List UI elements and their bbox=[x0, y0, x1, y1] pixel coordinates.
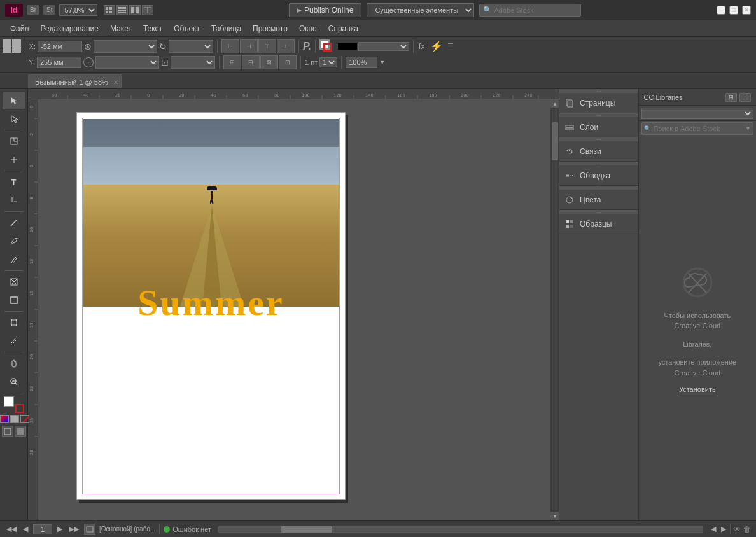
chain-icon[interactable]: ⊛ bbox=[84, 41, 92, 52]
doc-tab-close[interactable]: ✕ bbox=[113, 78, 118, 85]
align-dist-1[interactable]: ⊞ bbox=[223, 55, 241, 69]
adobe-stock-input[interactable] bbox=[479, 4, 581, 17]
scroll-down-button[interactable]: ▼ bbox=[550, 512, 559, 520]
layout-icon-1[interactable] bbox=[104, 5, 115, 15]
h-scroll-thumb[interactable] bbox=[281, 526, 332, 533]
scroll-left-button[interactable]: ◀ bbox=[710, 524, 717, 534]
canvas-main[interactable]: Summer bbox=[38, 99, 550, 520]
stroke-swatch[interactable] bbox=[15, 404, 24, 413]
canvas-scrollbar-vertical[interactable]: ▲ ▼ bbox=[550, 99, 559, 520]
tool-hand[interactable] bbox=[3, 354, 25, 372]
layout-icon-3[interactable] bbox=[129, 5, 141, 15]
panel-item-links[interactable]: Связи bbox=[559, 141, 638, 162]
layout-icon-2[interactable] bbox=[116, 5, 128, 15]
x-input[interactable] bbox=[38, 41, 82, 52]
menu-edit[interactable]: Редактирование bbox=[36, 22, 104, 35]
fx-icon[interactable]: fx bbox=[419, 42, 424, 51]
normal-view-icon[interactable] bbox=[2, 426, 13, 437]
transform-select-3[interactable] bbox=[95, 56, 159, 69]
align-dist-4[interactable]: ⊡ bbox=[279, 55, 297, 69]
cc-install-link[interactable]: Установить bbox=[679, 386, 716, 393]
constrain-icon[interactable]: ⋯ bbox=[83, 57, 94, 67]
fill-stroke-swatches[interactable] bbox=[4, 396, 24, 413]
panel-item-colors[interactable]: Цвета bbox=[559, 190, 638, 210]
tool-select[interactable] bbox=[3, 92, 25, 109]
align-dist-3[interactable]: ⊠ bbox=[260, 55, 278, 69]
fill-swatch[interactable] bbox=[4, 396, 14, 407]
stroke-weight-select[interactable]: 1 пт bbox=[319, 57, 337, 67]
y-input[interactable] bbox=[37, 57, 81, 68]
page-number-input[interactable] bbox=[33, 524, 52, 534]
tool-frame-rect[interactable] bbox=[3, 273, 25, 291]
stroke-style-select[interactable] bbox=[358, 42, 409, 51]
doc-tab-main[interactable]: Безымянный-1 @ 58% ✕ bbox=[28, 74, 122, 88]
tool-zoom[interactable] bbox=[3, 373, 25, 391]
tool-gap[interactable] bbox=[3, 151, 25, 169]
scroll-up-button[interactable]: ▲ bbox=[550, 99, 559, 108]
menu-file[interactable]: Файл bbox=[5, 22, 34, 35]
preview-view-icon[interactable] bbox=[15, 426, 26, 437]
publish-online-button[interactable]: Publish Online bbox=[289, 3, 361, 17]
menu-table[interactable]: Таблица bbox=[206, 22, 246, 35]
scroll-right-button[interactable]: ▶ bbox=[720, 524, 727, 534]
status-view-icon[interactable]: 👁 bbox=[733, 525, 741, 534]
tool-free-transform[interactable] bbox=[3, 314, 25, 331]
zoom-percent-input[interactable] bbox=[346, 57, 377, 68]
layout-icon-4[interactable] bbox=[142, 5, 153, 15]
zoom-select[interactable]: 57,8% bbox=[59, 4, 97, 16]
menu-object[interactable]: Объект bbox=[169, 22, 205, 35]
align-top-icon[interactable]: ⊥ bbox=[277, 39, 295, 53]
distribute-icon[interactable]: ⊤ bbox=[258, 39, 276, 53]
nav-next-button[interactable]: ▶ bbox=[56, 524, 64, 534]
transform-select-1[interactable] bbox=[94, 40, 157, 53]
tool-eyedropper[interactable] bbox=[3, 332, 25, 350]
align-left-icon[interactable]: ⊢ bbox=[221, 39, 239, 53]
stock-button[interactable]: St bbox=[43, 5, 55, 15]
cc-search-dropdown-icon[interactable]: ▼ bbox=[745, 125, 751, 132]
tool-type[interactable]: T bbox=[3, 173, 25, 191]
stroke-color-swatch[interactable] bbox=[338, 43, 357, 50]
horizontal-scrollbar[interactable] bbox=[218, 526, 703, 533]
panel-item-layers[interactable]: Слои bbox=[559, 117, 638, 137]
menu-view[interactable]: Просмотр bbox=[248, 22, 293, 35]
bridge-button[interactable]: Br bbox=[27, 5, 39, 15]
cc-grid-view-button[interactable]: ⊞ bbox=[725, 93, 737, 102]
tool-pencil[interactable] bbox=[3, 251, 25, 268]
menu-text[interactable]: Текст bbox=[138, 22, 167, 35]
cc-library-select[interactable] bbox=[641, 108, 753, 119]
nav-last-button[interactable]: ▶▶ bbox=[67, 524, 80, 534]
tool-direct-select[interactable] bbox=[3, 110, 25, 128]
maximize-button[interactable]: □ bbox=[729, 6, 738, 15]
menu-help[interactable]: Справка bbox=[323, 22, 363, 35]
cc-search-input[interactable] bbox=[641, 122, 753, 135]
transform-select-2[interactable] bbox=[169, 40, 213, 53]
master-page-label[interactable]: [Основной] (рабо... bbox=[99, 526, 155, 533]
more-options-icon[interactable]: ☰ bbox=[447, 42, 454, 50]
align-center-icon[interactable]: ⊣ bbox=[240, 39, 258, 53]
page[interactable]: Summer bbox=[76, 112, 346, 500]
status-trash-icon[interactable]: 🗑 bbox=[743, 525, 751, 534]
workspace-select[interactable]: Существенные элементы bbox=[367, 3, 474, 17]
color-mode-icon[interactable] bbox=[0, 415, 9, 423]
menu-window[interactable]: Окно bbox=[294, 22, 322, 35]
zoom-percent-chevron[interactable]: ▼ bbox=[379, 59, 385, 66]
minimize-button[interactable]: ─ bbox=[717, 6, 725, 15]
panel-item-stroke[interactable]: Обводка bbox=[559, 165, 638, 186]
nav-prev-button[interactable]: ◀ bbox=[22, 524, 29, 534]
page-menu-button[interactable] bbox=[84, 524, 95, 535]
tool-page[interactable] bbox=[3, 132, 25, 150]
gradient-mode-icon[interactable] bbox=[10, 415, 19, 423]
tool-shape-rect[interactable] bbox=[3, 291, 25, 309]
panel-item-swatches[interactable]: Образцы bbox=[559, 214, 638, 234]
tool-pen[interactable] bbox=[3, 232, 25, 250]
transform-select-4[interactable] bbox=[171, 56, 215, 69]
cc-list-view-button[interactable]: ☰ bbox=[739, 93, 751, 102]
align-dist-2[interactable]: ⊟ bbox=[242, 55, 260, 69]
panel-item-pages[interactable]: Страницы bbox=[559, 93, 638, 113]
nav-first-button[interactable]: ◀◀ bbox=[5, 524, 18, 534]
none-mode-icon[interactable] bbox=[20, 415, 29, 423]
menu-layout[interactable]: Макет bbox=[105, 22, 137, 35]
close-button[interactable]: ✕ bbox=[742, 6, 751, 15]
lightning-icon[interactable]: ⚡ bbox=[430, 40, 443, 52]
tool-type-path[interactable]: T~ bbox=[3, 192, 25, 209]
